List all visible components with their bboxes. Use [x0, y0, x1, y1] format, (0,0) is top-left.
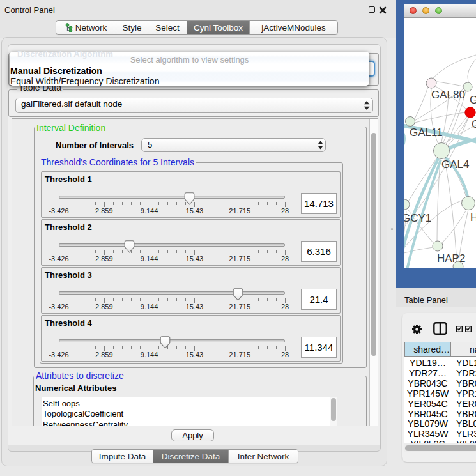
svg-text:C: C: [472, 118, 476, 130]
svg-text:HAP2: HAP2: [437, 252, 465, 265]
svg-text:GCY1: GCY1: [404, 212, 431, 224]
svg-text:H: H: [470, 211, 476, 224]
svg-text:GAL4: GAL4: [441, 158, 469, 171]
svg-text:GAL11: GAL11: [410, 127, 443, 139]
svg-text:GAL80: GAL80: [431, 89, 465, 101]
svg-text:GA: GA: [470, 94, 476, 106]
